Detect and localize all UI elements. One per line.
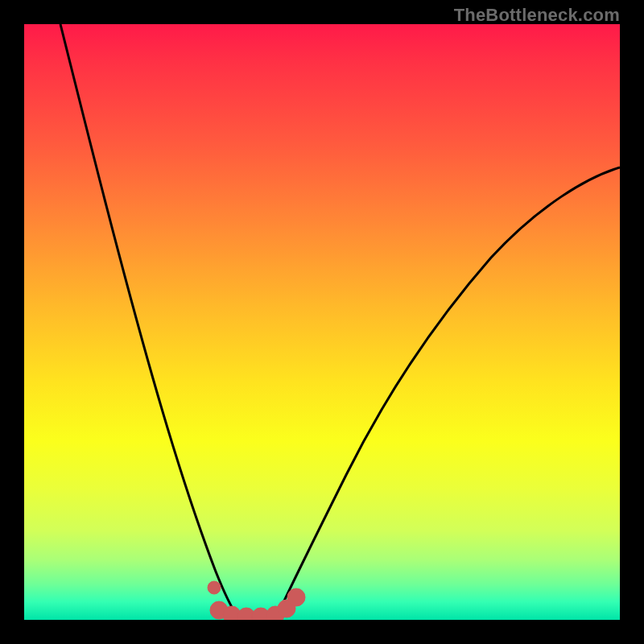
- right-curve: [275, 167, 620, 620]
- chart-plot-area: [24, 24, 620, 620]
- chart-svg: [24, 24, 620, 620]
- svg-point-7: [287, 588, 305, 606]
- svg-point-0: [208, 581, 221, 594]
- left-curve: [60, 24, 242, 620]
- watermark-text: TheBottleneck.com: [454, 5, 620, 26]
